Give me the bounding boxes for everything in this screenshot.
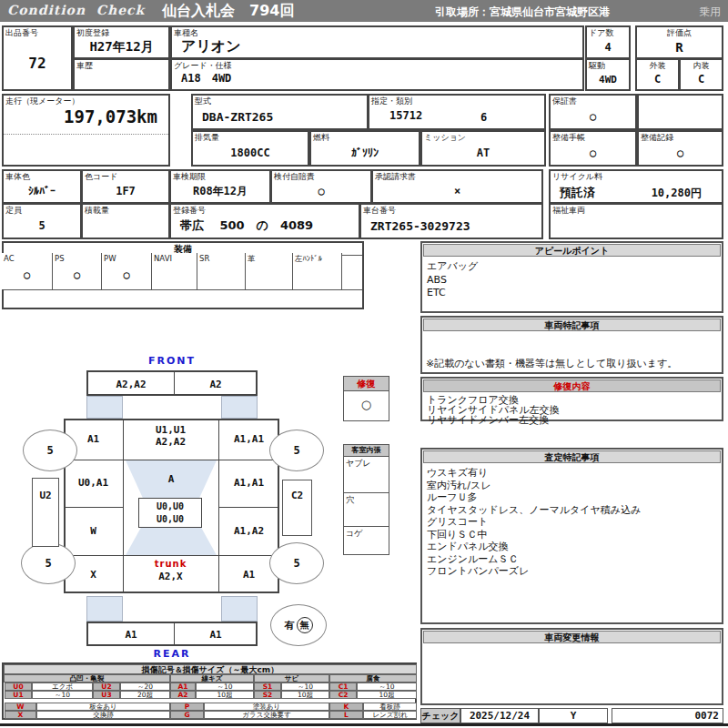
repair-details-title: 修復内容 [423,379,721,392]
assessment-notes-box: 査定特記事項 ウスキズ有り 室内汚れ/スレ ルーフＵ多 タイヤスタッドレス、ノー… [420,448,723,624]
color-code-value: 1F7 [83,180,168,202]
auction-title: 仙台入札会 794回 [162,2,294,21]
interior-grade-cell: 内装 C [679,58,723,91]
repair-flag-title: 修復 [344,377,389,391]
equipment-col-ps: PS ○ [53,253,102,289]
check-number: 0072 [612,709,723,723]
bottom-rule [0,723,728,726]
pickup-location: 引取場所：宮城県仙台市宮城野区港 [435,5,610,20]
displacement-cell: 排気量 1800CC [191,130,309,167]
presence-yes: 有 [285,619,295,632]
legend-code: X [5,711,36,719]
check-inspector-cell: Y [539,708,608,723]
front-bumper-right-damage: A2 [175,379,257,390]
rear-bumper-left-damage: A1 [88,629,174,641]
legend-desc: ガラス交換要す [204,711,329,719]
legend-code: L [329,711,363,719]
insurance-cell: 検付自賠責 ○ [270,169,372,204]
displacement-value: 1800CC [193,141,308,165]
model-code-value: DBA-ZRT265 [193,105,367,128]
equipment-col-leather: 革 [246,253,293,289]
legend-desc: 板金あり [36,703,170,711]
side-sill-left: U2 [32,478,59,547]
legend-code: G [170,711,204,719]
legend-desc: 塗装あり [204,703,329,711]
legend-desc: 10超 [196,691,254,699]
appeal-points-box: アピールポイント エアバッグ ABS ETC [420,241,723,313]
color-code-cell: 色コード 1F7 [81,169,170,204]
legend-code: U2 [93,682,120,691]
wheel-front-right: 5 [269,430,324,471]
mileage-value: 197,073km [4,105,168,128]
legend-group-corrosion: 腐食 [329,674,417,682]
legend-code: A1 [170,682,196,691]
chassis-number-cell: 車台番号 ZRT265-3029723 [359,203,543,239]
legend-desc: 10超 [281,691,329,699]
roof-damage-1: U0,U0 [139,500,201,513]
interior-lining-box: 客室内張 ヤブレ 穴 コゲ [343,444,389,555]
rear-connector-right [221,596,258,622]
door-fr-damage: A1,A1 [218,477,279,489]
transmission-value: AT [422,141,544,165]
repair-flag-box: 修復 ○ [343,376,389,421]
maintenance-book-value: ○ [551,141,635,165]
repair-details-box: 修復内容 トランクフロア交換 リヤインサイドパネル左交換 リヤサイドメンバー左交… [420,377,723,421]
body-color-value: ｼﾙﾊﾞｰ [4,180,80,202]
equipment-value [293,260,341,289]
assessment-notes-title: 査定特記事項 [423,450,721,463]
interior-grade-value: C [681,69,722,89]
check-label: チェック [420,708,460,723]
front-bumper: A2,A2 A2 [86,370,258,396]
doors-value: 4 [587,36,629,57]
first-registration-cell: 初度登録 H27年12月 [73,25,170,59]
drive-value: 4WD [587,69,629,89]
legend-code: U3 [93,691,120,699]
front-connector-right [221,396,258,419]
model-name-cell: 車種名 アリオン [170,25,584,59]
blank-cell [637,94,723,130]
front-connector-left [86,396,123,419]
legend-desc: エクボ [32,682,93,691]
roof: U0,U0 U0,U0 [138,498,202,528]
type-value: 15712 [389,109,422,122]
body-color-cell: 車体色 ｼﾙﾊﾞｰ [2,169,82,204]
windshield-damage: A [168,473,175,485]
history-value [75,69,168,89]
vehicle-class: 乗用 [699,5,721,20]
check-date: 2025/12/24 [461,709,538,723]
special-notes-note: ※記載のない書類・機器等は無しとして取り扱います。 [426,357,677,370]
model-name-value: アリオン [172,36,582,57]
capacity-value: 5 [4,214,80,238]
load-capacity-cell: 積載量 [81,203,170,239]
equipment-col-pw: PW ○ [102,253,152,289]
maintenance-record-value: ○ [639,141,722,165]
wheel-size: 5 [45,557,51,570]
hood-damage-1: U1,U1 [123,424,218,436]
inspection-expiry-value: R08年12月 [171,180,269,202]
legend-desc: 交換跡 [36,711,170,719]
first-registration-value: H27年12月 [75,36,168,57]
fuel-value: ｶﾞｿﾘﾝ [311,141,419,165]
recycle-status: 預託済 [560,185,595,201]
model-code-cell: 型式 DBA-ZRT265 [191,94,369,130]
mileage-divider [4,134,168,135]
interior-row-burn: コゲ [344,527,389,561]
chassis-number-value: ZRT265-3029723 [361,214,541,238]
quarter-rl-damage: W [64,525,123,537]
load-capacity-value [83,214,168,238]
trunk-label: trunk [123,559,218,569]
legend-desc: ～20 [120,682,170,691]
wheel-size: 5 [293,444,299,457]
mileage-cell: 走行（現メーター） 197,073km [2,94,170,167]
legend-code: C1 [329,682,357,691]
recycle-fee-cell: リサイクル料 預託済 10,280円 [549,169,723,204]
rear-bumper-right-damage: A1 [175,629,257,641]
wheel-rear-right: 5 [269,542,324,584]
body-line [64,555,279,556]
type-class-cell: 指定・類別 15712 6 [368,94,546,130]
legend-desc: ～10 [357,682,417,691]
exterior-grade-cell: 外装 C [635,58,680,91]
recycle-fee-label: リサイクル料 [552,172,602,181]
change-info-box: 車両変更情報 [420,628,723,705]
equipment-value: ○ [2,260,52,289]
